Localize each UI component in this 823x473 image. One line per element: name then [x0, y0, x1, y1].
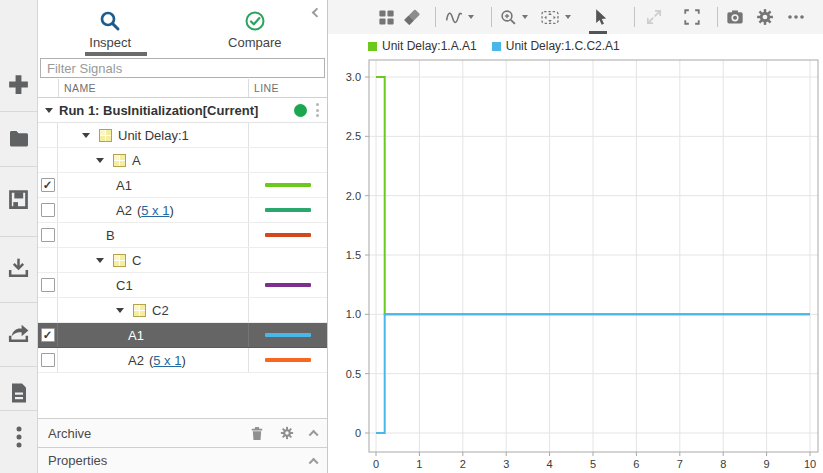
simulation-data-inspector: Inspect Compare NAME LINE Run 1: BusInit…: [0, 0, 823, 473]
archive-section-bar[interactable]: Archive: [38, 418, 327, 447]
run-menu-button[interactable]: [307, 103, 327, 117]
signal-label: C1: [116, 278, 133, 293]
fit-to-view-button[interactable]: [540, 6, 571, 28]
chevron-up-icon[interactable]: [308, 457, 318, 467]
tree-row-signal[interactable]: C1: [38, 273, 327, 298]
column-header-line: LINE: [248, 79, 327, 97]
fullscreen-button[interactable]: [683, 6, 701, 28]
svg-text:0: 0: [355, 427, 361, 439]
chevron-left-icon: [312, 7, 322, 17]
caret-down-icon[interactable]: [96, 158, 104, 163]
filter-signals: [38, 56, 327, 78]
tree-row-run[interactable]: Run 1: BusInitialization[Current]: [38, 98, 327, 123]
legend-item: Unit Delay:1.A.A1: [368, 39, 477, 53]
signal-plot[interactable]: 01234567891000.51.01.52.02.53.0: [330, 55, 823, 473]
eraser-icon: [403, 8, 421, 26]
fit-to-view-icon: [540, 9, 560, 26]
export-icon: [6, 320, 31, 345]
legend-swatch: [368, 42, 377, 51]
tree-row-bus[interactable]: Unit Delay:1: [38, 123, 327, 148]
svg-text:9: 9: [764, 458, 770, 470]
plot-area: Unit Delay:1.A.A1 Unit Delay:1.C.C2.A1 0…: [328, 0, 823, 473]
caret-down-icon[interactable]: [116, 308, 124, 313]
subplot-layout-button[interactable]: [378, 6, 395, 28]
signal-tree: Run 1: BusInitialization[Current] Unit D…: [38, 98, 327, 373]
tab-compare[interactable]: Compare: [183, 0, 328, 56]
caret-down-icon[interactable]: [96, 258, 104, 263]
chevron-down-icon: [468, 15, 474, 19]
report-button[interactable]: [0, 376, 37, 410]
svg-text:1.0: 1.0: [346, 308, 361, 320]
gear-icon: [756, 8, 774, 26]
tree-row-signal[interactable]: A1: [38, 173, 327, 198]
signal-panel: Inspect Compare NAME LINE Run 1: BusInit…: [38, 0, 328, 473]
tree-row-signal-selected[interactable]: A1: [38, 323, 327, 348]
zoom-in-button[interactable]: [500, 6, 528, 28]
dims-link[interactable]: 5 x 1: [153, 353, 181, 368]
tree-row-signal[interactable]: B: [38, 223, 327, 248]
bus-icon: [99, 129, 112, 142]
bus-label: A: [132, 153, 141, 168]
fullscreen-icon: [683, 8, 701, 26]
pointer-button[interactable]: [591, 6, 609, 28]
signal-line-swatch: [265, 233, 311, 237]
signal-line-swatch: [265, 358, 311, 362]
save-icon: [6, 187, 31, 212]
tree-row-signal[interactable]: A2 5 x 1: [38, 198, 327, 223]
bus-icon: [113, 154, 126, 167]
import-button[interactable]: [0, 250, 37, 284]
signal-checkbox[interactable]: [41, 328, 55, 342]
properties-section-bar[interactable]: Properties: [38, 447, 327, 473]
tree-row-bus[interactable]: A: [38, 148, 327, 173]
save-button[interactable]: [0, 182, 37, 216]
gear-icon[interactable]: [280, 426, 294, 440]
wave-icon: [445, 8, 463, 26]
collapse-panel-button[interactable]: [309, 2, 323, 16]
rail-more-button[interactable]: [0, 420, 37, 454]
dims-link[interactable]: 5 x 1: [141, 203, 169, 218]
chevron-up-icon[interactable]: [308, 430, 318, 440]
caret-down-icon[interactable]: [82, 133, 90, 138]
signal-checkbox[interactable]: [41, 178, 55, 192]
tree-row-signal[interactable]: A2 5 x 1: [38, 348, 327, 373]
tab-bar: Inspect Compare: [38, 0, 327, 56]
kebab-icon: [9, 424, 29, 450]
svg-text:0: 0: [373, 458, 379, 470]
svg-text:10: 10: [804, 458, 816, 470]
trash-icon[interactable]: [250, 426, 264, 441]
resize-diagonal-button[interactable]: [645, 6, 663, 28]
export-button[interactable]: [0, 315, 37, 349]
table-header: NAME LINE: [38, 79, 327, 98]
clear-plots-button[interactable]: [403, 6, 421, 28]
new-button[interactable]: [0, 67, 37, 101]
legend-item: Unit Delay:1.C.C2.A1: [492, 39, 620, 53]
column-header-name: NAME: [58, 79, 248, 97]
signal-checkbox[interactable]: [41, 278, 55, 292]
svg-text:2.5: 2.5: [346, 130, 361, 142]
tab-inspect[interactable]: Inspect: [38, 0, 183, 56]
settings-button[interactable]: [756, 6, 774, 28]
check-circle-icon: [244, 10, 266, 32]
run-status-dot: [294, 104, 307, 117]
tree-row-bus[interactable]: C2: [38, 298, 327, 323]
plot-legend: Unit Delay:1.A.A1 Unit Delay:1.C.C2.A1: [328, 36, 823, 56]
filter-signals-input[interactable]: [40, 58, 325, 78]
toolbar-more-button[interactable]: [786, 6, 806, 28]
svg-text:8: 8: [720, 458, 726, 470]
camera-icon: [726, 8, 744, 26]
caret-down-icon[interactable]: [45, 108, 53, 113]
signal-checkbox[interactable]: [41, 228, 55, 242]
svg-text:0.5: 0.5: [346, 368, 361, 380]
properties-label: Properties: [48, 453, 107, 468]
signal-line-swatch: [265, 283, 311, 287]
signal-trace-button[interactable]: [445, 6, 474, 28]
svg-text:7: 7: [677, 458, 683, 470]
signal-dims: 5 x 1: [149, 353, 186, 368]
diagonal-arrows-icon: [645, 8, 663, 26]
signal-checkbox[interactable]: [41, 203, 55, 217]
tree-row-bus[interactable]: C: [38, 248, 327, 273]
snapshot-button[interactable]: [726, 6, 744, 28]
signal-label: A2: [116, 203, 132, 218]
open-button[interactable]: [0, 122, 37, 156]
signal-checkbox[interactable]: [41, 353, 55, 367]
